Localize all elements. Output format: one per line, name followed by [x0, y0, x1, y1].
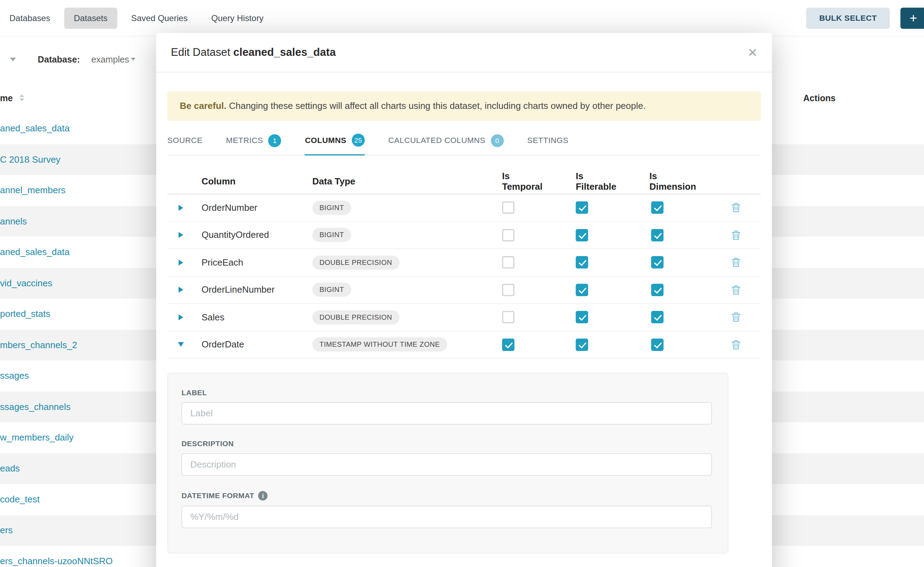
is-filterable-checkbox[interactable] — [576, 338, 588, 351]
is-temporal-checkbox[interactable] — [502, 284, 515, 296]
is-dimension-checkbox[interactable] — [651, 229, 663, 242]
col-header-is-filterable: Is Filterable — [545, 170, 619, 192]
is-dimension-checkbox[interactable] — [651, 284, 663, 296]
info-icon: i — [259, 491, 268, 501]
modal-title: Edit Dataset cleaned_sales_data — [171, 46, 336, 59]
nav-tab-saved-queries[interactable]: Saved Queries — [122, 8, 197, 28]
datetime-format-field: DATETIME FORMATi — [181, 491, 712, 528]
dataset-link[interactable]: annel_members — [0, 185, 65, 196]
dataset-link[interactable]: eads — [0, 464, 20, 474]
nav-tab-datasets[interactable]: Datasets — [64, 8, 117, 28]
dataset-link[interactable]: w_members_daily — [0, 432, 74, 443]
delete-column-button[interactable] — [695, 285, 761, 295]
tab-metrics[interactable]: METRICS1 — [226, 134, 281, 154]
is-temporal-checkbox[interactable] — [502, 338, 515, 351]
dataset-link[interactable]: ers_channels-uzooNNtSRO — [0, 556, 113, 567]
chevron-down-icon[interactable] — [10, 58, 16, 61]
datetime-format-field-label: DATETIME FORMATi — [181, 491, 712, 501]
is-temporal-checkbox[interactable] — [502, 256, 515, 268]
tab-count-badge: 0 — [491, 134, 504, 147]
is-dimension-checkbox[interactable] — [651, 256, 663, 268]
delete-column-button[interactable] — [695, 203, 761, 213]
column-row: OrderLineNumberBIGINT — [167, 276, 761, 304]
columns-table-body: OrderNumberBIGINTQuantityOrderedBIGINTPr… — [167, 194, 761, 358]
caret-right-icon[interactable] — [167, 205, 194, 211]
data-type-badge: BIGINT — [312, 201, 351, 214]
name-column-header[interactable]: me — [0, 93, 13, 103]
chevron-down-icon[interactable] — [131, 58, 135, 60]
tab-count-badge: 1 — [268, 134, 281, 147]
database-filter-value[interactable]: examples — [92, 54, 129, 64]
dataset-link[interactable]: ssages_channels — [0, 402, 71, 412]
data-type-badge: TIMESTAMP WITHOUT TIME ZONE — [312, 338, 447, 352]
caret-right-icon[interactable] — [167, 287, 194, 293]
dataset-link[interactable]: ers — [0, 525, 13, 536]
caret-right-icon[interactable] — [167, 314, 194, 320]
is-filterable-checkbox[interactable] — [576, 256, 588, 268]
dataset-link[interactable]: annels — [0, 216, 27, 226]
is-filterable-checkbox[interactable] — [576, 311, 588, 323]
dataset-link[interactable]: code_test — [0, 494, 40, 505]
dataset-link[interactable]: mbers_channels_2 — [0, 340, 77, 350]
column-row: OrderDateTIMESTAMP WITHOUT TIME ZONE — [167, 331, 761, 358]
warning-banner: Be careful. Changing these settings will… — [167, 92, 761, 121]
modal-tabs: SOURCEMETRICS1COLUMNS25CALCULATED COLUMN… — [167, 130, 761, 155]
database-filter-label: Database: — [38, 54, 80, 64]
datetime-format-input[interactable] — [181, 506, 712, 528]
app: DatabasesDatasetsSaved QueriesQuery Hist… — [0, 0, 924, 567]
top-nav: DatabasesDatasetsSaved QueriesQuery Hist… — [0, 0, 924, 36]
description-field: DESCRIPTION — [181, 440, 712, 476]
is-filterable-checkbox[interactable] — [576, 202, 588, 214]
tab-count-badge: 25 — [352, 134, 364, 147]
trash-icon — [731, 312, 740, 322]
caret-right-icon[interactable] — [167, 232, 194, 238]
delete-column-button[interactable] — [695, 340, 761, 350]
trash-icon — [731, 230, 740, 240]
dataset-link[interactable]: aned_sales_data — [0, 247, 69, 258]
is-dimension-checkbox[interactable] — [651, 338, 663, 351]
column-name: OrderNumber — [194, 202, 312, 213]
tab-columns[interactable]: COLUMNS25 — [305, 134, 364, 155]
dataset-link[interactable]: aned_sales_data — [0, 123, 69, 134]
tab-source[interactable]: SOURCE — [167, 134, 203, 154]
is-temporal-checkbox[interactable] — [502, 202, 515, 214]
delete-column-button[interactable] — [695, 230, 761, 240]
add-button[interactable]: + — [900, 8, 924, 28]
caret-right-icon[interactable] — [167, 260, 194, 266]
dataset-link[interactable]: C 2018 Survey — [0, 154, 60, 165]
is-temporal-checkbox[interactable] — [502, 229, 515, 242]
label-input[interactable] — [181, 402, 712, 425]
column-name: PriceEach — [194, 257, 312, 268]
col-header-is-dimension: Is Dimension — [619, 170, 695, 192]
nav-tabs: DatabasesDatasetsSaved QueriesQuery Hist… — [0, 8, 273, 28]
is-temporal-checkbox[interactable] — [502, 311, 515, 323]
tab-settings[interactable]: SETTINGS — [527, 134, 569, 154]
description-input[interactable] — [181, 453, 712, 476]
is-filterable-checkbox[interactable] — [576, 284, 588, 296]
bulk-select-button[interactable]: BULK SELECT — [806, 8, 890, 28]
column-name: OrderLineNumber — [194, 285, 312, 295]
data-type-badge: DOUBLE PRECISION — [312, 310, 399, 324]
trash-icon — [731, 258, 740, 267]
is-dimension-checkbox[interactable] — [651, 202, 663, 214]
dataset-link[interactable]: ssages — [0, 370, 29, 381]
sort-icon[interactable] — [20, 94, 24, 101]
nav-tab-databases[interactable]: Databases — [0, 8, 60, 28]
is-dimension-checkbox[interactable] — [651, 311, 663, 323]
column-row: SalesDOUBLE PRECISION — [167, 304, 761, 331]
column-name: OrderDate — [194, 339, 312, 350]
actions-column-header: Actions — [803, 93, 835, 103]
caret-down-icon[interactable] — [167, 342, 194, 347]
dataset-link[interactable]: vid_vaccines — [0, 278, 53, 288]
delete-column-button[interactable] — [695, 258, 761, 267]
dataset-link[interactable]: ported_stats — [0, 309, 50, 320]
column-row: OrderNumberBIGINT — [167, 194, 761, 222]
is-filterable-checkbox[interactable] — [576, 229, 588, 242]
column-row: PriceEachDOUBLE PRECISION — [167, 249, 761, 276]
nav-tab-query-history[interactable]: Query History — [202, 8, 273, 28]
label-field: LABEL — [181, 388, 712, 424]
delete-column-button[interactable] — [695, 312, 761, 322]
col-header-column: Column — [194, 176, 312, 186]
tab-calculated-columns[interactable]: CALCULATED COLUMNS0 — [388, 134, 504, 154]
close-icon[interactable]: × — [748, 45, 757, 60]
